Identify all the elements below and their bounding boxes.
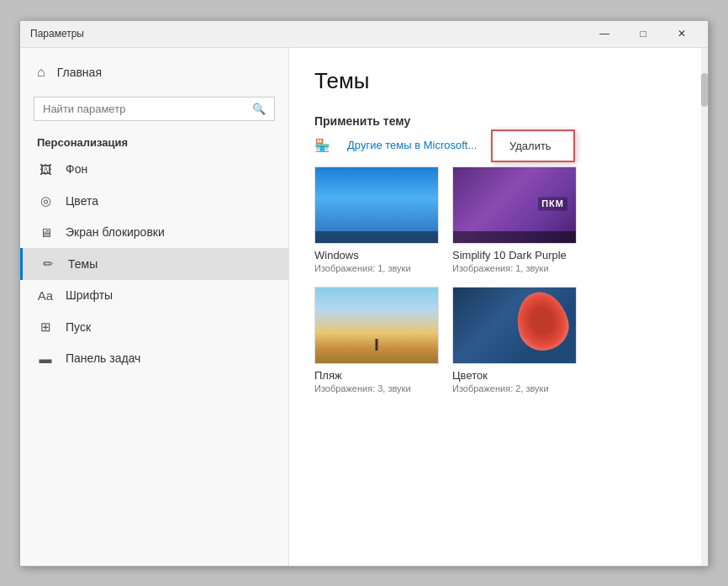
search-box: 🔍 (34, 97, 275, 121)
sidebar-item-label: Пуск (66, 320, 91, 334)
settings-window: Параметры — □ ✕ ⌂ Главная 🔍 Персонализац… (19, 20, 709, 567)
background-icon: 🖼 (37, 162, 54, 177)
sidebar-item-label: Темы (68, 257, 98, 271)
themes-links-row: 🏪 Другие темы в Microsoft... Удалить (314, 138, 683, 153)
content-area: ⌂ Главная 🔍 Персонализация 🖼 Фон ◎ Цвета… (20, 48, 708, 566)
flower-thumb-bg (453, 288, 576, 363)
page-title: Темы (314, 68, 683, 94)
beach-thumb-bg (315, 288, 438, 363)
sidebar-item-colors[interactable]: ◎ Цвета (20, 185, 288, 217)
sidebar-item-label: Шрифты (66, 288, 113, 302)
delete-menu-item[interactable]: Удалить (493, 133, 573, 159)
home-label: Главная (57, 66, 102, 79)
fonts-icon: Aa (37, 288, 54, 303)
simplify-taskbar (453, 231, 576, 243)
maximize-button[interactable]: □ (624, 20, 662, 47)
theme-card-simplify[interactable]: ПКМ Simplify 10 Dark Purple Изображения:… (452, 166, 577, 273)
scrollbar[interactable] (701, 48, 708, 566)
sidebar-item-fonts[interactable]: Aa Шрифты (20, 280, 288, 311)
window-controls: — □ ✕ (585, 20, 701, 47)
lockscreen-icon: 🖥 (37, 225, 54, 240)
theme-name-windows: Windows (314, 249, 439, 261)
theme-card-beach[interactable]: Пляж Изображения: 3, звуки (314, 287, 439, 393)
context-menu: Удалить (491, 129, 575, 162)
start-icon: ⊞ (37, 319, 54, 335)
titlebar: Параметры — □ ✕ (20, 21, 708, 48)
theme-card-flower[interactable]: Цветок Изображения: 2, звуки (452, 287, 577, 393)
search-input[interactable] (43, 103, 245, 115)
home-icon: ⌂ (37, 65, 45, 80)
colors-icon: ◎ (37, 193, 54, 209)
theme-thumbnail-beach (314, 287, 439, 364)
theme-thumbnail-simplify: ПКМ (452, 166, 577, 244)
main-content: Темы Применить тему 🏪 Другие темы в Micr… (289, 48, 708, 566)
sidebar-section-title: Персонализация (20, 128, 288, 154)
sidebar-item-start[interactable]: ⊞ Пуск (20, 311, 288, 343)
sidebar-item-label: Панель задач (66, 351, 140, 365)
simplify-thumb-bg: ПКМ (453, 167, 576, 243)
store-icon: 🏪 (314, 138, 330, 153)
close-button[interactable]: ✕ (662, 20, 701, 47)
theme-meta-simplify: Изображения: 1, звуки (452, 263, 577, 273)
taskbar-icon: ▬ (37, 351, 54, 366)
theme-meta-windows: Изображения: 1, звуки (314, 263, 439, 273)
sidebar-item-themes[interactable]: ✏ Темы (20, 248, 288, 280)
store-link[interactable]: Другие темы в Microsoft... (347, 139, 477, 151)
window-title: Параметры (30, 28, 84, 40)
theme-name-beach: Пляж (314, 369, 439, 382)
windows-thumb-bg (315, 167, 438, 243)
sidebar-home[interactable]: ⌂ Главная (20, 55, 288, 90)
theme-name-simplify: Simplify 10 Dark Purple (452, 249, 577, 261)
theme-card-windows[interactable]: Windows Изображения: 1, звуки (314, 166, 439, 273)
theme-thumbnail-windows (314, 166, 439, 244)
themes-grid: Windows Изображения: 1, звуки ПКМ Simpli… (314, 166, 683, 393)
sidebar-item-taskbar[interactable]: ▬ Панель задач (20, 343, 288, 374)
theme-meta-beach: Изображения: 3, звуки (314, 383, 439, 393)
minimize-button[interactable]: — (585, 20, 624, 47)
sidebar-item-label: Экран блокировки (66, 225, 165, 239)
sidebar-item-label: Фон (66, 162, 87, 176)
sidebar: ⌂ Главная 🔍 Персонализация 🖼 Фон ◎ Цвета… (20, 48, 289, 566)
scrollbar-thumb[interactable] (701, 73, 708, 107)
search-icon: 🔍 (252, 103, 266, 115)
pkm-badge: ПКМ (538, 197, 567, 210)
theme-meta-flower: Изображения: 2, звуки (452, 383, 577, 393)
theme-thumbnail-flower (452, 287, 577, 364)
sidebar-item-background[interactable]: 🖼 Фон (20, 154, 288, 185)
sidebar-item-label: Цвета (66, 194, 98, 208)
sidebar-item-lockscreen[interactable]: 🖥 Экран блокировки (20, 217, 288, 248)
themes-icon: ✏ (40, 256, 56, 272)
theme-name-flower: Цветок (452, 369, 577, 382)
section-apply-title: Применить тему (314, 114, 683, 128)
windows-taskbar (315, 231, 438, 243)
